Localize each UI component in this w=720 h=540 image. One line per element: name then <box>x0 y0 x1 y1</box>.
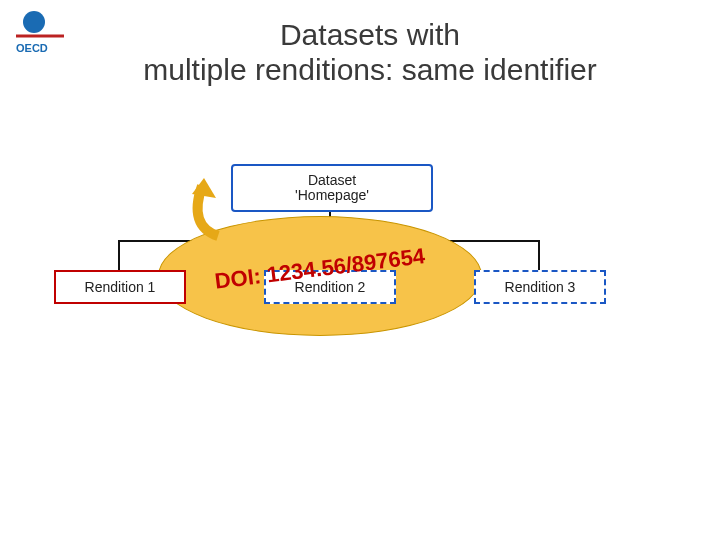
dataset-homepage-box: Dataset 'Homepage' <box>231 164 433 212</box>
svg-point-0 <box>23 11 45 33</box>
rendition-1-box: Rendition 1 <box>54 270 186 304</box>
homepage-label: Dataset 'Homepage' <box>295 173 369 204</box>
slide: OECD Datasets with multiple renditions: … <box>0 0 720 540</box>
rendition-3-label: Rendition 3 <box>505 279 576 295</box>
rendition-1-label: Rendition 1 <box>85 279 156 295</box>
slide-title: Datasets with multiple renditions: same … <box>80 18 660 87</box>
oecd-logo: OECD <box>14 8 66 60</box>
connector <box>118 240 120 270</box>
title-line1: Datasets with multiple renditions: same … <box>143 18 597 86</box>
logo-text: OECD <box>16 42 48 54</box>
rendition-3-box: Rendition 3 <box>474 270 606 304</box>
connector <box>538 240 540 270</box>
